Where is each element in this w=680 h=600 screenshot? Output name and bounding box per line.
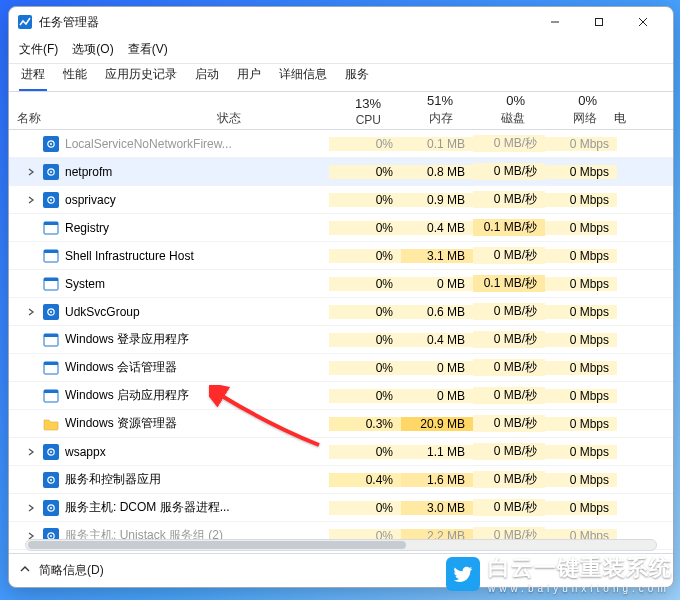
cell-net: 0 Mbps (545, 445, 617, 459)
menubar: 文件(F) 选项(O) 查看(V) (9, 37, 673, 61)
watermark-title: 白云一键重装系统 (488, 555, 672, 580)
process-icon (43, 332, 59, 348)
tab-performance[interactable]: 性能 (61, 62, 89, 91)
cell-net: 0 Mbps (545, 277, 617, 291)
titlebar[interactable]: 任务管理器 (9, 7, 673, 37)
cell-net: 0 Mbps (545, 361, 617, 375)
table-row[interactable]: Shell Infrastructure Host0%3.1 MB0 MB/秒0… (9, 242, 673, 270)
horizontal-scrollbar[interactable] (25, 539, 657, 551)
cell-net: 0 Mbps (545, 221, 617, 235)
cell-net: 0 Mbps (545, 137, 617, 151)
cell-disk: 0 MB/秒 (473, 303, 545, 320)
close-button[interactable] (621, 8, 665, 36)
process-icon (43, 360, 59, 376)
col-status[interactable]: 状态 (217, 111, 241, 125)
process-name: wsappx (65, 445, 106, 459)
cell-mem: 0 MB (401, 361, 473, 375)
table-row[interactable]: Windows 登录应用程序0%0.4 MB0 MB/秒0 Mbps (9, 326, 673, 354)
mem-pct: 51% (427, 93, 453, 108)
col-net[interactable]: 网络 (573, 110, 597, 127)
svg-rect-24 (44, 334, 58, 337)
expand-chevron-icon[interactable] (25, 195, 37, 205)
process-name: Windows 资源管理器 (65, 415, 177, 432)
tab-startup[interactable]: 启动 (193, 62, 221, 91)
svg-rect-15 (44, 222, 58, 225)
svg-point-40 (50, 535, 52, 537)
process-name: UdkSvcGroup (65, 305, 140, 319)
process-name: Windows 会话管理器 (65, 359, 177, 376)
cell-disk: 0 MB/秒 (473, 387, 545, 404)
cell-mem: 0.6 MB (401, 305, 473, 319)
menu-file[interactable]: 文件(F) (19, 41, 58, 58)
expand-chevron-icon[interactable] (25, 447, 37, 457)
tab-services[interactable]: 服务 (343, 62, 371, 91)
table-row[interactable]: Windows 启动应用程序0%0 MB0 MB/秒0 Mbps (9, 382, 673, 410)
svg-point-34 (50, 479, 52, 481)
table-row[interactable]: 服务主机: DCOM 服务器进程...0%3.0 MB0 MB/秒0 Mbps (9, 494, 673, 522)
process-name: netprofm (65, 165, 112, 179)
chevron-up-icon[interactable] (19, 563, 31, 578)
disk-pct: 0% (506, 93, 525, 108)
cell-mem: 0 MB (401, 389, 473, 403)
cell-disk: 0.1 MB/秒 (473, 219, 545, 236)
table-row[interactable]: LocalServiceNoNetworkFirew...0%0.1 MB0 M… (9, 130, 673, 158)
cell-cpu: 0% (329, 389, 401, 403)
brief-info-link[interactable]: 简略信息(D) (39, 562, 104, 579)
expand-chevron-icon[interactable] (25, 503, 37, 513)
svg-point-31 (50, 451, 52, 453)
cell-mem: 1.6 MB (401, 473, 473, 487)
tab-details[interactable]: 详细信息 (277, 62, 329, 91)
cell-disk: 0 MB/秒 (473, 359, 545, 376)
cell-cpu: 0% (329, 165, 401, 179)
table-row[interactable]: UdkSvcGroup0%0.6 MB0 MB/秒0 Mbps (9, 298, 673, 326)
menu-options[interactable]: 选项(O) (72, 41, 113, 58)
table-row[interactable]: wsappx0%1.1 MB0 MB/秒0 Mbps (9, 438, 673, 466)
expand-chevron-icon[interactable] (25, 307, 37, 317)
cell-mem: 20.9 MB (401, 417, 473, 431)
tab-history[interactable]: 应用历史记录 (103, 62, 179, 91)
tabstrip: 进程 性能 应用历史记录 启动 用户 详细信息 服务 (9, 64, 673, 92)
tab-processes[interactable]: 进程 (19, 62, 47, 91)
svg-rect-28 (44, 390, 58, 393)
col-cpu[interactable]: CPU (356, 113, 381, 127)
column-headers[interactable]: 名称 状态 13%CPU 51%内存 0%磁盘 0%网络 电 (9, 92, 673, 130)
col-disk[interactable]: 磁盘 (501, 110, 525, 127)
cell-disk: 0 MB/秒 (473, 443, 545, 460)
table-row[interactable]: Windows 会话管理器0%0 MB0 MB/秒0 Mbps (9, 354, 673, 382)
table-row[interactable]: System0%0 MB0.1 MB/秒0 Mbps (9, 270, 673, 298)
menu-view[interactable]: 查看(V) (128, 41, 168, 58)
process-name: Registry (65, 221, 109, 235)
col-mem[interactable]: 内存 (429, 110, 453, 127)
tab-users[interactable]: 用户 (235, 62, 263, 91)
cell-mem: 0 MB (401, 277, 473, 291)
cell-mem: 0.4 MB (401, 333, 473, 347)
cell-disk: 0 MB/秒 (473, 247, 545, 264)
svg-point-22 (50, 311, 52, 313)
cpu-pct: 13% (355, 96, 381, 111)
process-icon (43, 444, 59, 460)
svg-rect-2 (596, 19, 603, 26)
table-row[interactable]: osprivacy0%0.9 MB0 MB/秒0 Mbps (9, 186, 673, 214)
cell-net: 0 Mbps (545, 249, 617, 263)
table-row[interactable]: netprofm0%0.8 MB0 MB/秒0 Mbps (9, 158, 673, 186)
process-list[interactable]: LocalServiceNoNetworkFirew...0%0.1 MB0 M… (9, 130, 673, 553)
cell-cpu: 0% (329, 305, 401, 319)
process-icon (43, 276, 59, 292)
col-name[interactable]: 名称 (17, 110, 217, 127)
task-manager-window: 任务管理器 文件(F) 选项(O) 查看(V) 进程 性能 应用历史记录 启动 … (8, 6, 674, 588)
cell-mem: 0.4 MB (401, 221, 473, 235)
cell-disk: 0 MB/秒 (473, 135, 545, 152)
col-extra[interactable]: 电 (614, 111, 626, 125)
table-row[interactable]: Registry0%0.4 MB0.1 MB/秒0 Mbps (9, 214, 673, 242)
net-pct: 0% (578, 93, 597, 108)
scrollbar-thumb[interactable] (28, 541, 406, 549)
maximize-button[interactable] (577, 8, 621, 36)
minimize-button[interactable] (533, 8, 577, 36)
cell-net: 0 Mbps (545, 305, 617, 319)
process-name: 服务主机: DCOM 服务器进程... (65, 499, 230, 516)
table-row[interactable]: Windows 资源管理器0.3%20.9 MB0 MB/秒0 Mbps (9, 410, 673, 438)
table-row[interactable]: 服务和控制器应用0.4%1.6 MB0 MB/秒0 Mbps (9, 466, 673, 494)
expand-chevron-icon[interactable] (25, 167, 37, 177)
cell-mem: 3.1 MB (401, 249, 473, 263)
cell-cpu: 0% (329, 277, 401, 291)
